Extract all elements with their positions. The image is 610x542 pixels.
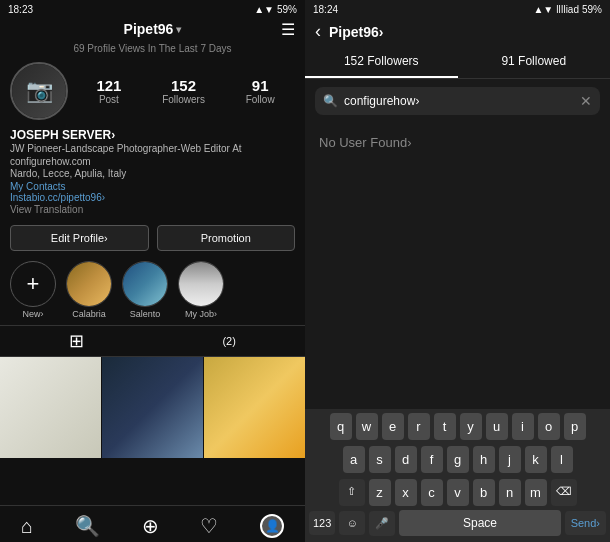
key-mic[interactable]: 🎤 [369, 511, 395, 536]
profile-stats-row: 📷 121 Post 152 Followers 91 Follow [0, 58, 305, 126]
back-arrow-icon[interactable]: ‹ [315, 21, 321, 42]
username-right: Pipet96› [329, 24, 383, 40]
header-right: ‹ Pipet96› [305, 17, 610, 46]
search-bar-right[interactable]: 🔍 ✕ [315, 87, 600, 115]
key-d[interactable]: d [395, 446, 417, 473]
battery-right: 59% [582, 4, 602, 15]
key-v[interactable]: v [447, 479, 469, 506]
key-s[interactable]: s [369, 446, 391, 473]
key-z[interactable]: z [369, 479, 391, 506]
key-b[interactable]: b [473, 479, 495, 506]
key-o[interactable]: o [538, 413, 560, 440]
status-time-left: 18:23 [8, 4, 33, 15]
stat-followers[interactable]: 152 Followers [162, 77, 205, 105]
key-k[interactable]: k [525, 446, 547, 473]
status-time-right: 18:24 [313, 4, 338, 15]
search-input[interactable] [344, 94, 574, 108]
promotion-button[interactable]: Promotion [157, 225, 296, 251]
photo-cell-1[interactable] [0, 357, 101, 458]
username-text-left: Pipet96 [124, 21, 174, 37]
carrier-right: llIliad [556, 4, 579, 15]
header-left: Pipet96 ▾ ☰ [0, 17, 305, 41]
highlight-calabria[interactable]: Calabria [66, 261, 112, 319]
signal-icon-left: ▲▼ [254, 4, 274, 15]
key-x[interactable]: x [395, 479, 417, 506]
stat-follow[interactable]: 91 Follow [246, 77, 275, 105]
key-c[interactable]: c [421, 479, 443, 506]
chevron-down-icon: ▾ [176, 24, 181, 35]
edit-profile-button[interactable]: Edit Profile› [10, 225, 149, 251]
grid-count: (2) [222, 335, 235, 347]
followers-count: 152 [171, 77, 196, 94]
hamburger-icon[interactable]: ☰ [281, 20, 295, 39]
key-g[interactable]: g [447, 446, 469, 473]
key-l[interactable]: l [551, 446, 573, 473]
view-translation[interactable]: View Translation [10, 204, 295, 215]
bio-desc: JW Pioneer-Landscape Photographer-Web Ed… [10, 142, 295, 168]
nav-search-icon[interactable]: 🔍 [75, 514, 100, 538]
key-a[interactable]: a [343, 446, 365, 473]
avatar[interactable]: 📷 [10, 62, 68, 120]
highlights-row: + New› Calabria Salento My Job› [0, 257, 305, 325]
highlight-new-label: New› [22, 309, 43, 319]
key-h[interactable]: h [473, 446, 495, 473]
stats-row: 121 Post 152 Followers 91 Follow [76, 77, 295, 105]
key-u[interactable]: u [486, 413, 508, 440]
grid-tabs: ⊞ (2) [0, 325, 305, 357]
follow-label: Follow [246, 94, 275, 105]
key-r[interactable]: r [408, 413, 430, 440]
highlight-calabria-img [66, 261, 112, 307]
grid-view-icon[interactable]: ⊞ [69, 330, 84, 352]
key-backspace[interactable]: ⌫ [551, 479, 577, 506]
action-buttons: Edit Profile› Promotion [0, 219, 305, 257]
key-emoji[interactable]: ☺ [339, 511, 365, 535]
key-q[interactable]: q [330, 413, 352, 440]
highlight-job[interactable]: My Job› [178, 261, 224, 319]
key-m[interactable]: m [525, 479, 547, 506]
status-icons-left: ▲▼ 59% [254, 4, 297, 15]
key-i[interactable]: i [512, 413, 534, 440]
avatar-image: 📷 [12, 64, 66, 118]
key-y[interactable]: y [460, 413, 482, 440]
search-clear-icon[interactable]: ✕ [580, 93, 592, 109]
photos-grid [0, 357, 305, 505]
nav-home-icon[interactable]: ⌂ [21, 515, 33, 538]
bio-location: Nardo, Lecce, Apulia, Italy [10, 168, 295, 179]
tab-followers[interactable]: 152 Followers [305, 46, 458, 78]
nav-add-icon[interactable]: ⊕ [142, 514, 159, 538]
highlight-job-label: My Job› [185, 309, 217, 319]
bio-contacts[interactable]: My Contacts [10, 181, 295, 192]
search-icon: 🔍 [323, 94, 338, 108]
status-icons-right: ▲▼ llIliad 59% [533, 4, 602, 15]
signal-icon-right: ▲▼ [533, 4, 553, 15]
tab-followed[interactable]: 91 Followed [458, 46, 611, 78]
keyboard-row-4: 123 ☺ 🎤 Space Send› [305, 508, 610, 542]
followers-label: Followers [162, 94, 205, 105]
key-n[interactable]: n [499, 479, 521, 506]
key-e[interactable]: e [382, 413, 404, 440]
key-send[interactable]: Send› [565, 511, 606, 535]
key-space[interactable]: Space [399, 510, 560, 536]
post-count: 121 [96, 77, 121, 94]
key-w[interactable]: w [356, 413, 378, 440]
keyboard-row-3: ⇧ z x c v b n m ⌫ [305, 475, 610, 508]
left-panel: 18:23 ▲▼ 59% Pipet96 ▾ ☰ 69 Profile View… [0, 0, 305, 542]
key-shift[interactable]: ⇧ [339, 479, 365, 506]
photo-cell-3[interactable] [204, 357, 305, 458]
key-p[interactable]: p [564, 413, 586, 440]
stat-post[interactable]: 121 Post [96, 77, 121, 105]
key-j[interactable]: j [499, 446, 521, 473]
highlight-job-img [178, 261, 224, 307]
nav-heart-icon[interactable]: ♡ [200, 514, 218, 538]
bio-instagram[interactable]: Instabio.cc/pipetto96› [10, 192, 295, 203]
key-t[interactable]: t [434, 413, 456, 440]
highlight-new[interactable]: + New› [10, 261, 56, 319]
highlight-salento-label: Salento [130, 309, 161, 319]
nav-profile-avatar[interactable]: 👤 [260, 514, 284, 538]
username-header-left[interactable]: Pipet96 ▾ [124, 21, 182, 37]
key-f[interactable]: f [421, 446, 443, 473]
key-123[interactable]: 123 [309, 511, 335, 535]
highlight-salento[interactable]: Salento [122, 261, 168, 319]
photo-cell-2[interactable] [102, 357, 203, 458]
status-bar-right: 18:24 ▲▼ llIliad 59% [305, 0, 610, 17]
